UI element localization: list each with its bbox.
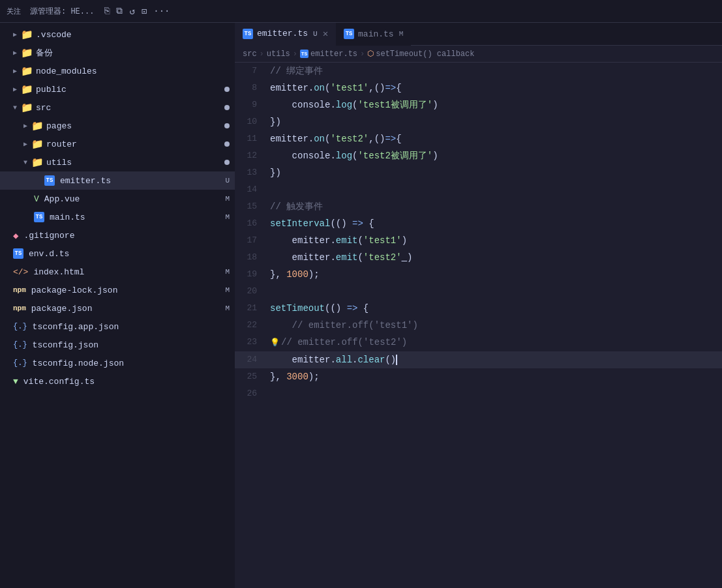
line-number: 20 — [235, 283, 267, 300]
copy-icon-1[interactable]: ⎘ — [104, 6, 110, 16]
code-line-26: 26 — [235, 385, 722, 402]
code-line-7: 7 // 绑定事件 — [235, 63, 722, 80]
tab-label: emitter.ts — [257, 29, 308, 38]
sidebar-item-vscode[interactable]: ▶ 📁 .vscode — [0, 25, 235, 44]
sidebar-item-label: index.html — [33, 267, 84, 277]
sidebar-item-router[interactable]: ▶ 📁 router — [0, 135, 235, 153]
code-line-13: 13 }) — [235, 164, 722, 181]
breadcrumb-sep: › — [293, 50, 297, 59]
sidebar-item-label: env.d.ts — [29, 249, 69, 259]
sidebar-item-label: vite.config.ts — [23, 377, 95, 387]
line-code: setInterval(() => { — [267, 215, 722, 232]
sidebar-item-label: src — [36, 103, 51, 113]
sidebar-item-env-dts[interactable]: TS env.d.ts — [0, 244, 235, 263]
html-file-icon: </> — [13, 267, 28, 277]
sidebar-item-gitignore[interactable]: ◆ .gitignore — [0, 226, 235, 244]
breadcrumb-src: src — [243, 50, 257, 59]
tab-emitter-ts[interactable]: TS emitter.ts U ✕ — [235, 23, 336, 46]
line-number: 17 — [235, 232, 267, 249]
sidebar-item-src[interactable]: ▼ 📁 src — [0, 98, 235, 117]
chevron-down-icon: ▼ — [13, 104, 17, 111]
sidebar-item-backup[interactable]: ▶ 📁 备份 — [0, 44, 235, 62]
sidebar-item-package-json[interactable]: npm package.json M — [0, 299, 235, 317]
sidebar-item-tsconfig-app[interactable]: {.} tsconfig.app.json — [0, 317, 235, 336]
refresh-icon[interactable]: ↺ — [129, 6, 134, 17]
sidebar-item-package-lock[interactable]: npm package-lock.json M — [0, 281, 235, 299]
sidebar-item-node-modules[interactable]: ▶ 📁 node_modules — [0, 62, 235, 80]
line-code — [267, 385, 722, 402]
sidebar-item-label: package-lock.json — [31, 286, 118, 295]
line-code: // 触发事件 — [267, 198, 722, 215]
line-number: 13 — [235, 164, 267, 181]
sidebar-item-label: public — [36, 85, 67, 95]
line-code: console.log('test2被调用了') — [267, 147, 722, 164]
folder-icon: 📁 — [21, 65, 33, 78]
editor-area: TS emitter.ts U ✕ TS main.ts M src › uti… — [235, 23, 722, 588]
sidebar-item-tsconfig[interactable]: {.} tsconfig.json — [0, 336, 235, 354]
folder-icon: 📁 — [31, 138, 44, 151]
folder-icon: 📁 — [21, 83, 33, 96]
code-line-17: 17 emitter.emit('test1') — [235, 232, 722, 249]
ts-file-icon: TS — [44, 175, 55, 186]
layout-icon[interactable]: ⊡ — [142, 6, 147, 17]
chevron-right-icon: ▶ — [13, 31, 17, 38]
code-line-8: 8 emitter.on('test1',()=>{ — [235, 80, 722, 96]
code-line-16: 16 setInterval(() => { — [235, 215, 722, 232]
line-code: emitter.emit('test2'_) — [267, 249, 722, 266]
copy-icon-2[interactable]: ⧉ — [116, 6, 123, 16]
sidebar-item-utils[interactable]: ▼ 📁 utils — [0, 153, 235, 171]
modified-badge — [224, 160, 230, 165]
sidebar-item-app-vue[interactable]: V App.vue M — [0, 190, 235, 208]
line-number: 14 — [235, 181, 267, 198]
git-file-icon: ◆ — [13, 230, 18, 241]
close-button[interactable]: 关注 — [7, 7, 21, 16]
sidebar-item-label: .gitignore — [23, 231, 74, 241]
vue-file-icon: V — [34, 194, 39, 204]
sidebar-item-label: emitter.ts — [60, 176, 111, 186]
more-icon[interactable]: ··· — [153, 6, 170, 16]
json-file-icon: npm — [13, 304, 26, 312]
line-code — [267, 283, 722, 300]
line-code: // 绑定事件 — [267, 63, 722, 80]
code-line-19: 19 }, 1000); — [235, 266, 722, 283]
line-number: 12 — [235, 147, 267, 164]
line-code: console.log('test1被调用了') — [267, 96, 722, 113]
vite-file-icon: ▼ — [13, 377, 18, 387]
sidebar-item-label: router — [46, 140, 77, 149]
tab-close-button[interactable]: ✕ — [323, 28, 328, 39]
line-code: // emitter.off('test1') — [267, 317, 722, 334]
sidebar-item-pages[interactable]: ▶ 📁 pages — [0, 117, 235, 135]
tab-badge-u: U — [313, 30, 318, 38]
line-code: emitter.on('test2',()=>{ — [267, 130, 722, 147]
sidebar-item-vite-config[interactable]: ▼ vite.config.ts — [0, 372, 235, 390]
jsonc-file-icon: {.} — [13, 340, 27, 349]
sidebar-item-tsconfig-node[interactable]: {.} tsconfig.node.json — [0, 354, 235, 372]
chevron-right-icon: ▶ — [13, 85, 17, 93]
sidebar-item-label: node_modules — [36, 66, 97, 76]
code-line-25: 25 }, 3000); — [235, 368, 722, 385]
sidebar-item-emitter[interactable]: TS emitter.ts U — [0, 171, 235, 190]
modified-badge: M — [225, 268, 230, 276]
line-number: 7 — [235, 63, 267, 80]
func-icon: ⬡ — [367, 49, 374, 59]
line-number: 19 — [235, 266, 267, 283]
jsonc-file-icon: {.} — [13, 322, 27, 331]
line-number: 24 — [235, 351, 267, 368]
sidebar-item-index-html[interactable]: </> index.html M — [0, 263, 235, 281]
modified-badge: M — [225, 286, 230, 294]
code-line-22: 22 // emitter.off('test1') — [235, 317, 722, 334]
chevron-right-icon: ▶ — [23, 140, 27, 148]
folder-icon: 📁 — [21, 47, 33, 59]
sidebar-item-public[interactable]: ▶ 📁 public — [0, 80, 235, 98]
code-line-20: 20 — [235, 283, 722, 300]
modified-badge: M — [225, 195, 230, 203]
chevron-right-icon: ▶ — [13, 67, 17, 75]
sidebar-item-main-ts[interactable]: TS main.ts M — [0, 208, 235, 226]
code-content[interactable]: 7 // 绑定事件 8 emitter.on('test1',()=>{ 9 c… — [235, 63, 722, 588]
code-line-24: 24 emitter.all.clear() — [235, 351, 722, 368]
breadcrumb-utils: utils — [267, 50, 290, 59]
tab-main-ts[interactable]: TS main.ts M — [336, 23, 411, 46]
line-number: 22 — [235, 317, 267, 334]
chevron-right-icon: ▶ — [13, 49, 17, 57]
cursor — [396, 355, 397, 365]
